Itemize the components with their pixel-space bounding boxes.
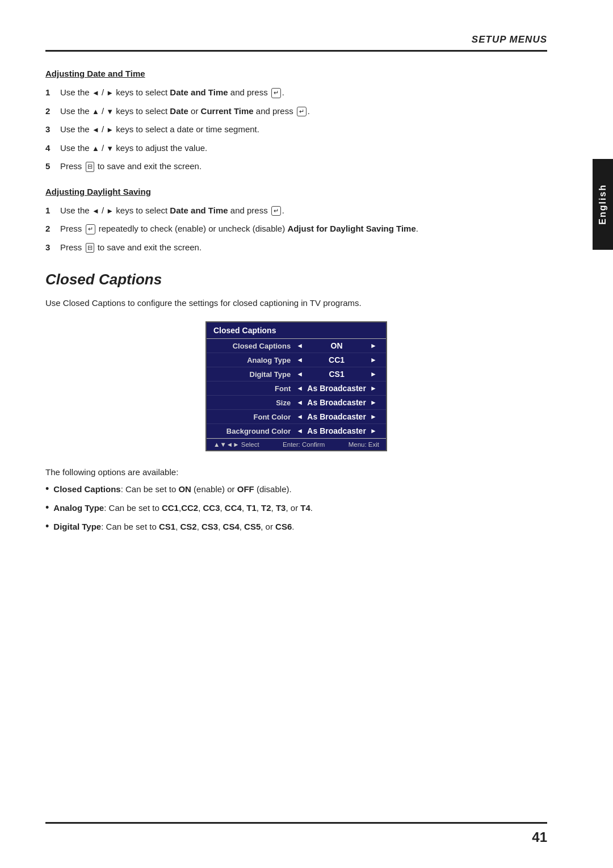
bullet-icon-1: • bbox=[45, 483, 49, 496]
right-arrow-icon-2: ► bbox=[106, 125, 114, 134]
osd-arrow-left-size: ◄ bbox=[296, 399, 303, 406]
cc-main-heading: Closed Captions bbox=[45, 271, 547, 288]
step-ds-1: 1 Use the ◄ / ► keys to select Date and … bbox=[45, 204, 547, 217]
osd-row-size: Size ◄ As Broadcaster ► bbox=[207, 396, 386, 410]
page-number: 41 bbox=[532, 829, 547, 845]
osd-value-bg-color: As Broadcaster bbox=[305, 426, 368, 435]
osd-arrow-right-size: ► bbox=[370, 399, 377, 406]
step-ds-3: 3 Press ⊟ to save and exit the screen. bbox=[45, 241, 547, 254]
up-arrow-icon: ▲ bbox=[92, 107, 99, 116]
osd-title: Closed Captions bbox=[207, 322, 386, 339]
osd-value-font: As Broadcaster bbox=[305, 384, 368, 393]
osd-label-font: Font bbox=[213, 384, 294, 393]
osd-value-cc: ON bbox=[305, 341, 368, 350]
option-cc: • Closed Captions: Can be set to ON (ena… bbox=[45, 483, 547, 496]
osd-wrapper: Closed Captions Closed Captions ◄ ON ► A… bbox=[45, 321, 547, 451]
osd-table: Closed Captions Closed Captions ◄ ON ► A… bbox=[205, 321, 387, 451]
osd-label-bg-color: Background Color bbox=[213, 427, 294, 435]
step-dt-3: 3 Use the ◄ / ► keys to select a date or… bbox=[45, 123, 547, 136]
footer: 41 bbox=[45, 822, 547, 845]
osd-arrow-right-bg-color: ► bbox=[370, 427, 377, 435]
osd-footer-exit: Menu: Exit bbox=[349, 441, 379, 448]
osd-footer-confirm: Enter: Confirm bbox=[283, 441, 325, 448]
osd-row-font-color: Font Color ◄ As Broadcaster ► bbox=[207, 410, 386, 424]
header-section: SETUP MENUS bbox=[45, 34, 547, 52]
main-content: SETUP MENUS Adjusting Date and Time 1 Us… bbox=[0, 0, 593, 581]
osd-arrow-left-font: ◄ bbox=[296, 384, 303, 392]
menu-icon-2: ⊟ bbox=[86, 243, 94, 253]
osd-arrow-right-analog: ► bbox=[370, 356, 377, 364]
osd-footer: ▲▼◄► Select Enter: Confirm Menu: Exit bbox=[207, 438, 386, 450]
step-dt-2: 2 Use the ▲ / ▼ keys to select Date or C… bbox=[45, 105, 547, 118]
left-arrow-icon-3: ◄ bbox=[92, 207, 99, 215]
osd-title-text: Closed Captions bbox=[213, 326, 276, 335]
enter-icon-2: ↵ bbox=[297, 107, 306, 116]
right-arrow-icon: ► bbox=[106, 89, 114, 97]
section-date-time-heading: Adjusting Date and Time bbox=[45, 69, 547, 78]
osd-arrow-left-digital: ◄ bbox=[296, 370, 303, 378]
section-closed-captions: Closed Captions Use Closed Captions to c… bbox=[45, 271, 547, 534]
step-dt-5: 5 Press ⊟ to save and exit the screen. bbox=[45, 160, 547, 173]
osd-label-cc: Closed Captions bbox=[213, 342, 294, 350]
osd-row-font: Font ◄ As Broadcaster ► bbox=[207, 381, 386, 396]
left-arrow-icon: ◄ bbox=[92, 89, 99, 97]
down-arrow-icon-2: ▼ bbox=[106, 144, 114, 153]
osd-value-analog: CC1 bbox=[305, 355, 368, 364]
header-title: SETUP MENUS bbox=[472, 34, 547, 45]
page-container: English SETUP MENUS Adjusting Date and T… bbox=[0, 0, 613, 868]
osd-arrow-left-cc: ◄ bbox=[296, 342, 303, 350]
enter-icon-3: ↵ bbox=[271, 206, 281, 216]
cc-description: Use Closed Captions to configure the set… bbox=[45, 296, 547, 310]
enter-icon: ↵ bbox=[271, 88, 281, 98]
enter-icon-4: ↵ bbox=[86, 224, 95, 234]
date-time-steps: 1 Use the ◄ / ► keys to select Date and … bbox=[45, 86, 547, 173]
osd-arrow-right-cc: ► bbox=[370, 342, 377, 350]
osd-arrow-right-font: ► bbox=[370, 384, 377, 392]
osd-row-cc: Closed Captions ◄ ON ► bbox=[207, 339, 386, 353]
option-digital-text: Digital Type: Can be set to CS1, CS2, CS… bbox=[53, 520, 294, 534]
menu-icon: ⊟ bbox=[86, 162, 94, 171]
step-dt-1: 1 Use the ◄ / ► keys to select Date and … bbox=[45, 86, 547, 99]
osd-arrow-left-analog: ◄ bbox=[296, 356, 303, 364]
option-cc-text: Closed Captions: Can be set to ON (enabl… bbox=[53, 483, 291, 496]
osd-label-analog: Analog Type bbox=[213, 356, 294, 364]
osd-footer-navigate: ▲▼◄► Select bbox=[213, 441, 259, 448]
bullet-icon-2: • bbox=[45, 501, 49, 515]
option-digital: • Digital Type: Can be set to CS1, CS2, … bbox=[45, 520, 547, 534]
osd-row-analog: Analog Type ◄ CC1 ► bbox=[207, 353, 386, 367]
side-tab: English bbox=[593, 159, 613, 250]
bullet-icon-3: • bbox=[45, 520, 49, 534]
section-date-time: Adjusting Date and Time 1 Use the ◄ / ► … bbox=[45, 69, 547, 173]
side-tab-label: English bbox=[598, 184, 608, 225]
osd-arrow-right-digital: ► bbox=[370, 370, 377, 378]
osd-value-font-color: As Broadcaster bbox=[305, 412, 368, 421]
osd-label-size: Size bbox=[213, 399, 294, 407]
daylight-steps: 1 Use the ◄ / ► keys to select Date and … bbox=[45, 204, 547, 254]
step-dt-4: 4 Use the ▲ / ▼ keys to adjust the value… bbox=[45, 142, 547, 155]
osd-row-bg-color: Background Color ◄ As Broadcaster ► bbox=[207, 424, 386, 438]
osd-value-size: As Broadcaster bbox=[305, 398, 368, 407]
options-intro: The following options are available: bbox=[45, 467, 547, 477]
left-arrow-icon-2: ◄ bbox=[92, 125, 99, 134]
osd-label-digital: Digital Type bbox=[213, 370, 294, 379]
osd-row-digital: Digital Type ◄ CS1 ► bbox=[207, 367, 386, 381]
section-daylight: Adjusting Daylight Saving 1 Use the ◄ / … bbox=[45, 187, 547, 254]
up-arrow-icon-2: ▲ bbox=[92, 144, 99, 153]
osd-label-font-color: Font Color bbox=[213, 413, 294, 421]
osd-value-digital: CS1 bbox=[305, 370, 368, 379]
osd-arrow-right-font-color: ► bbox=[370, 413, 377, 421]
osd-arrow-left-font-color: ◄ bbox=[296, 413, 303, 421]
osd-arrow-left-bg-color: ◄ bbox=[296, 427, 303, 435]
step-ds-2: 2 Press ↵ repeatedly to check (enable) o… bbox=[45, 223, 547, 236]
section-daylight-heading: Adjusting Daylight Saving bbox=[45, 187, 547, 196]
option-analog-text: Analog Type: Can be set to CC1,CC2, CC3,… bbox=[53, 501, 313, 515]
down-arrow-icon: ▼ bbox=[106, 107, 114, 116]
options-list: • Closed Captions: Can be set to ON (ena… bbox=[45, 483, 547, 534]
option-analog: • Analog Type: Can be set to CC1,CC2, CC… bbox=[45, 501, 547, 515]
right-arrow-icon-3: ► bbox=[106, 207, 114, 215]
